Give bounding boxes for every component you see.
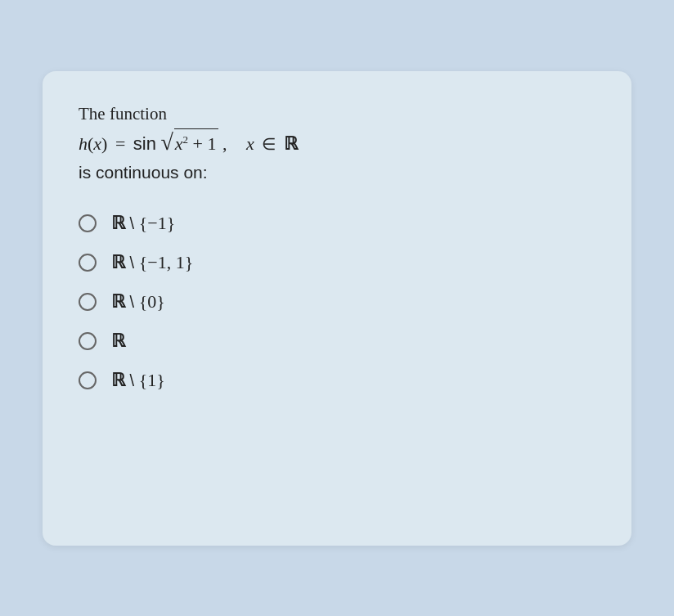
radio-option-5[interactable] bbox=[79, 371, 97, 389]
real-numbers-domain: ℝ bbox=[284, 133, 298, 154]
question-card: The function h(x) = sin √ x2 + 1 , x ∈ ℝ… bbox=[43, 71, 631, 546]
sin-label: sin bbox=[133, 133, 156, 154]
option-2[interactable]: ℝ \ {−1, 1} bbox=[79, 252, 595, 273]
option-4[interactable]: ℝ bbox=[79, 330, 595, 352]
paren-close: ) bbox=[101, 133, 107, 154]
question-line2: h(x) = sin √ x2 + 1 , x ∈ ℝ bbox=[79, 128, 595, 158]
option-1[interactable]: ℝ \ {−1} bbox=[79, 213, 595, 234]
radio-option-4[interactable] bbox=[79, 332, 97, 350]
element-of: ∈ bbox=[262, 135, 276, 153]
question-line3: is continuous on: bbox=[79, 160, 595, 187]
radio-option-3[interactable] bbox=[79, 293, 97, 311]
option-3-label: ℝ \ {0} bbox=[111, 291, 165, 312]
option-4-label: ℝ bbox=[111, 330, 125, 352]
radio-option-1[interactable] bbox=[79, 214, 97, 232]
sqrt-expression: √ x2 + 1 bbox=[160, 128, 218, 158]
equals: = bbox=[115, 133, 125, 154]
option-5[interactable]: ℝ \ {1} bbox=[79, 370, 595, 391]
option-5-label: ℝ \ {1} bbox=[111, 370, 165, 391]
option-3[interactable]: ℝ \ {0} bbox=[79, 291, 595, 312]
radio-option-2[interactable] bbox=[79, 254, 97, 272]
var-x: x bbox=[93, 133, 101, 154]
option-1-label: ℝ \ {−1} bbox=[111, 213, 175, 234]
option-2-label: ℝ \ {−1, 1} bbox=[111, 252, 193, 273]
comma: , bbox=[222, 133, 227, 154]
domain-x: x bbox=[246, 133, 254, 154]
options-list: ℝ \ {−1} ℝ \ {−1, 1} ℝ \ {0} ℝ ℝ \ {1} bbox=[79, 213, 595, 391]
sqrt-symbol: √ bbox=[160, 131, 173, 154]
question-line1: The function bbox=[79, 101, 595, 128]
question-body: The function h(x) = sin √ x2 + 1 , x ∈ ℝ… bbox=[79, 101, 595, 187]
function-lhs: h bbox=[79, 133, 88, 154]
sqrt-content: x2 + 1 bbox=[174, 128, 218, 158]
